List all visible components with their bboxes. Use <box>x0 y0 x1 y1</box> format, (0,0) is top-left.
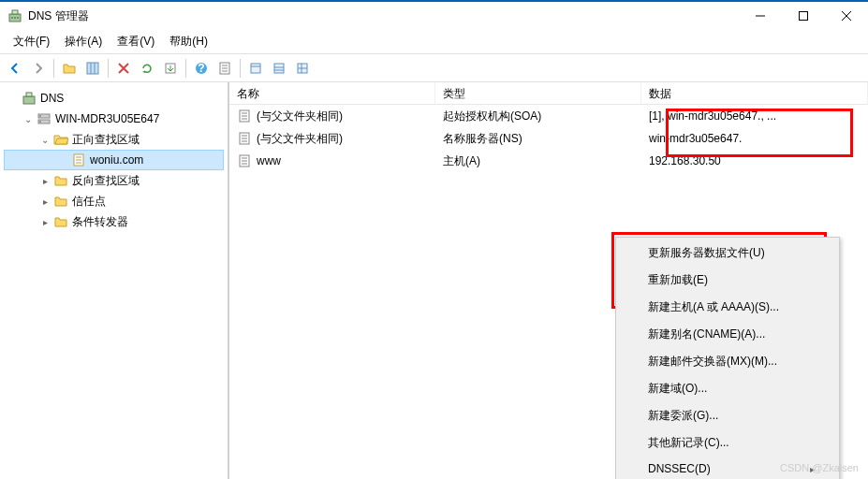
tree-toggle-icon[interactable]: ⌄ <box>21 111 36 126</box>
list-header: 名称 类型 数据 <box>229 82 868 105</box>
tree-node-forward-zone[interactable]: ⌄ 正向查找区域 <box>4 129 224 150</box>
cell-text: (与父文件夹相同) <box>257 131 343 147</box>
forward-button[interactable] <box>27 57 50 80</box>
tree-toggle-icon[interactable]: ▸ <box>37 214 52 229</box>
cell-text: www <box>257 154 281 167</box>
cell-text: (与父文件夹相同) <box>257 109 343 124</box>
col-header-type[interactable]: 类型 <box>435 82 641 104</box>
toolbar-separator <box>53 59 54 78</box>
menu-file[interactable]: 文件(F) <box>6 31 57 52</box>
cell-type: 名称服务器(NS) <box>435 129 641 149</box>
toolbar-separator <box>240 59 241 78</box>
cell-data: [1], win-mdr3u05e647., ... <box>641 108 868 124</box>
svg-rect-1 <box>12 10 18 14</box>
tree-toggle-icon[interactable]: ⌄ <box>37 132 52 147</box>
maximize-button[interactable] <box>782 2 825 30</box>
list-row[interactable]: www 主机(A) 192.168.30.50 <box>229 150 868 172</box>
folder-open-icon <box>53 132 68 147</box>
toolbar: ? <box>0 54 868 82</box>
svg-point-33 <box>39 115 41 117</box>
tree-label: woniu.com <box>90 153 143 167</box>
help-button[interactable]: ? <box>190 57 213 80</box>
window-title: DNS 管理器 <box>28 8 739 24</box>
ctx-new-host[interactable]: 新建主机(A 或 AAAA)(S)... <box>618 294 837 321</box>
list-row[interactable]: (与父文件夹相同) 起始授权机构(SOA) [1], win-mdr3u05e6… <box>229 105 868 127</box>
tree-node-server[interactable]: ⌄ WIN-MDR3U05E647 <box>4 109 224 129</box>
cell-name: (与父文件夹相同) <box>229 107 435 126</box>
dns-icon <box>22 91 37 106</box>
add-remove-columns-button[interactable] <box>81 57 104 80</box>
menu-view[interactable]: 查看(V) <box>110 31 162 52</box>
titlebar: DNS 管理器 <box>0 2 868 30</box>
svg-rect-6 <box>800 12 808 21</box>
back-button[interactable] <box>4 57 26 80</box>
tree-label: 反向查找区域 <box>72 173 140 189</box>
svg-rect-21 <box>251 64 260 73</box>
svg-rect-9 <box>87 63 98 74</box>
tree-node-zone[interactable]: ▸ woniu.com <box>4 150 224 170</box>
tree-label: DNS <box>40 92 64 105</box>
tree-node-conditional-fwd[interactable]: ▸ 条件转发器 <box>4 211 224 232</box>
minimize-button[interactable] <box>739 2 782 30</box>
toolbar-separator <box>185 59 186 78</box>
menubar: 文件(F) 操作(A) 查看(V) 帮助(H) <box>0 30 868 54</box>
ctx-update-server-data[interactable]: 更新服务器数据文件(U) <box>618 240 837 267</box>
tree-label: WIN-MDR3U05E647 <box>55 112 159 125</box>
svg-point-34 <box>39 121 41 123</box>
list-row[interactable]: (与父文件夹相同) 名称服务器(NS) win-mdr3u05e647. <box>229 127 868 150</box>
folder-icon <box>53 173 68 188</box>
svg-rect-30 <box>26 93 32 96</box>
window-controls <box>739 2 868 30</box>
cell-type: 主机(A) <box>435 152 641 171</box>
menu-help[interactable]: 帮助(H) <box>162 31 215 52</box>
cell-name: www <box>229 152 435 170</box>
app-icon <box>7 8 22 23</box>
cell-data: win-mdr3u05e647. <box>641 130 868 147</box>
ctx-new-domain[interactable]: 新建域(O)... <box>618 375 837 402</box>
col-header-name[interactable]: 名称 <box>229 82 435 104</box>
delete-button[interactable] <box>112 57 135 80</box>
properties-button[interactable] <box>213 57 236 80</box>
list-button[interactable] <box>268 57 290 80</box>
filter-button[interactable] <box>244 57 267 80</box>
record-icon <box>237 109 252 123</box>
refresh-button[interactable] <box>136 57 158 80</box>
server-icon <box>37 111 51 126</box>
svg-point-4 <box>17 17 19 19</box>
tree-node-reverse-zone[interactable]: ▸ 反向查找区域 <box>4 170 224 191</box>
tree-toggle-icon[interactable]: ▸ <box>37 173 52 188</box>
col-header-data[interactable]: 数据 <box>641 82 868 104</box>
tree-panel: ▸ DNS ⌄ WIN-MDR3U05E647 ⌄ 正向查找区域 ▸ woniu… <box>0 82 229 479</box>
folder-button[interactable] <box>58 57 81 80</box>
svg-text:?: ? <box>198 62 204 75</box>
context-menu: 更新服务器数据文件(U) 重新加载(E) 新建主机(A 或 AAAA)(S)..… <box>615 237 840 479</box>
tree-toggle-icon[interactable]: ▸ <box>37 194 52 209</box>
menu-action[interactable]: 操作(A) <box>57 31 110 52</box>
ctx-other-records[interactable]: 其他新记录(C)... <box>618 429 837 457</box>
folder-icon <box>53 214 68 229</box>
details-button[interactable] <box>291 57 314 80</box>
record-icon <box>237 153 252 168</box>
tree-label: 条件转发器 <box>72 214 128 230</box>
tree-label: 信任点 <box>72 194 106 210</box>
ctx-reload[interactable]: 重新加载(E) <box>618 267 837 294</box>
watermark: CSDN @Zkaisen <box>780 462 859 473</box>
svg-rect-23 <box>274 64 284 73</box>
tree-root-dns[interactable]: ▸ DNS <box>4 88 224 109</box>
ctx-new-delegation[interactable]: 新建委派(G)... <box>618 402 837 429</box>
zone-icon <box>71 152 86 167</box>
cell-type: 起始授权机构(SOA) <box>435 107 641 126</box>
record-icon <box>237 131 252 146</box>
toolbar-separator <box>108 59 109 78</box>
tree-label: 正向查找区域 <box>72 132 140 148</box>
svg-point-2 <box>11 17 13 19</box>
tree-node-trust-point[interactable]: ▸ 信任点 <box>4 191 224 211</box>
cell-name: (与父文件夹相同) <box>229 129 435 149</box>
export-button[interactable] <box>159 57 182 80</box>
close-button[interactable] <box>825 2 868 30</box>
svg-rect-29 <box>23 96 35 104</box>
ctx-new-alias[interactable]: 新建别名(CNAME)(A)... <box>618 321 837 348</box>
svg-point-3 <box>14 17 16 19</box>
cell-data: 192.168.30.50 <box>641 152 868 169</box>
ctx-new-mx[interactable]: 新建邮件交换器(MX)(M)... <box>618 348 837 375</box>
